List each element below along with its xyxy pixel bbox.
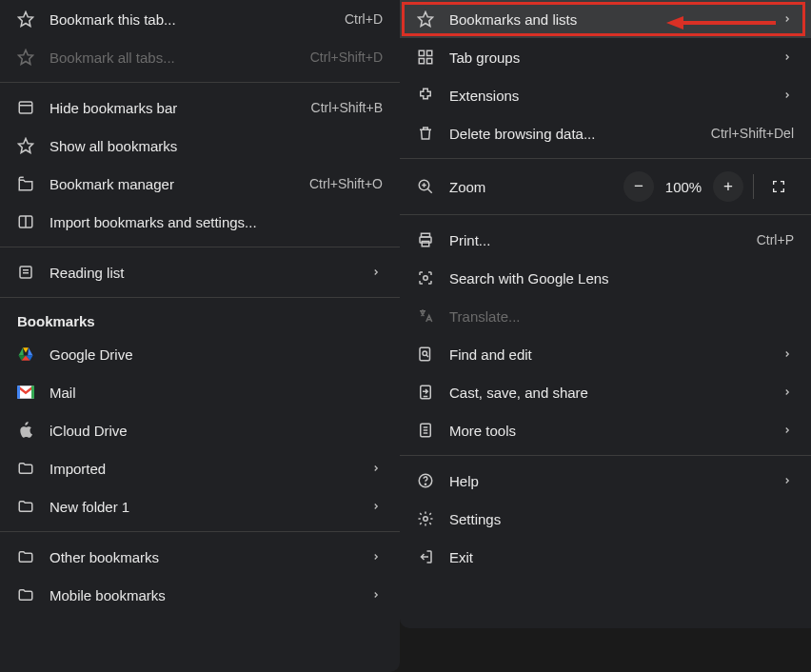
cast-save-share[interactable]: Cast, save, and share bbox=[400, 373, 811, 411]
bookmark-all-tabs-label: Bookmark all tabs... bbox=[49, 49, 297, 66]
bookmark-icloud-drive[interactable]: iCloud Drive bbox=[0, 411, 400, 449]
mobile-bookmarks[interactable]: Mobile bookmarks bbox=[0, 576, 400, 614]
exit-label: Exit bbox=[449, 549, 794, 565]
gmail-icon bbox=[15, 382, 36, 403]
svg-marker-20 bbox=[419, 12, 433, 27]
zoom-in-button[interactable]: + bbox=[713, 171, 743, 202]
separator bbox=[400, 455, 811, 456]
google-lens[interactable]: Search with Google Lens bbox=[400, 259, 811, 297]
zoom-label: Zoom bbox=[449, 179, 610, 195]
tab-groups-icon bbox=[415, 47, 436, 68]
chevron-right-icon bbox=[781, 349, 794, 359]
help[interactable]: Help bbox=[400, 462, 811, 500]
settings[interactable]: Settings bbox=[400, 500, 811, 538]
hide-bookmarks-bar[interactable]: Hide bookmarks bar Ctrl+Shift+B bbox=[0, 89, 400, 127]
find-and-edit[interactable]: Find and edit bbox=[400, 335, 811, 373]
bookmarks-and-lists-label: Bookmarks and lists bbox=[449, 11, 767, 28]
extensions[interactable]: Extensions bbox=[400, 76, 811, 114]
translate[interactable]: Translate... bbox=[400, 297, 811, 335]
bookmarks-section-title: Bookmarks bbox=[0, 304, 400, 335]
separator bbox=[400, 158, 811, 159]
bookmark-icloud-label: iCloud Drive bbox=[49, 423, 383, 439]
svg-rect-21 bbox=[419, 50, 424, 55]
reading-list-label: Reading list bbox=[49, 265, 356, 281]
other-bookmarks-label: Other bookmarks bbox=[49, 549, 356, 565]
import-bookmarks-label: Import bookmarks and settings... bbox=[49, 214, 383, 230]
bookmark-folder-new[interactable]: New folder 1 bbox=[0, 487, 400, 525]
star-badge-icon bbox=[15, 135, 36, 156]
bookmark-this-tab[interactable]: Bookmark this tab... Ctrl+D bbox=[0, 0, 400, 38]
bookmarks-submenu: Bookmark this tab... Ctrl+D Bookmark all… bbox=[0, 0, 400, 672]
translate-icon bbox=[415, 306, 436, 326]
google-drive-icon bbox=[15, 344, 36, 365]
apple-icon bbox=[15, 420, 36, 441]
main-menu: Bookmarks and lists Tab groups Extension… bbox=[400, 0, 811, 628]
svg-marker-12 bbox=[28, 347, 32, 355]
zoom-out-button[interactable]: − bbox=[623, 171, 654, 202]
show-all-bookmarks[interactable]: Show all bookmarks bbox=[0, 127, 400, 165]
delete-browsing-data[interactable]: Delete browsing data... Ctrl+Shift+Del bbox=[400, 114, 811, 152]
more-tools-label: More tools bbox=[449, 423, 767, 439]
tab-groups[interactable]: Tab groups bbox=[400, 38, 811, 76]
print[interactable]: Print... Ctrl+P bbox=[400, 221, 811, 259]
svg-rect-23 bbox=[419, 59, 424, 64]
other-bookmarks[interactable]: Other bookmarks bbox=[0, 538, 400, 576]
svg-marker-11 bbox=[23, 347, 29, 352]
find-icon bbox=[415, 344, 436, 365]
chevron-right-icon bbox=[781, 387, 794, 397]
bookmark-folder-imported[interactable]: Imported bbox=[0, 449, 400, 487]
star-plus-icon bbox=[15, 47, 36, 68]
bookmark-manager[interactable]: Bookmark manager Ctrl+Shift+O bbox=[0, 165, 400, 203]
exit-icon bbox=[415, 546, 436, 567]
fullscreen-button[interactable] bbox=[763, 171, 794, 202]
hide-bookmarks-bar-label: Hide bookmarks bar bbox=[49, 100, 298, 116]
import-bookmarks[interactable]: Import bookmarks and settings... bbox=[0, 203, 400, 241]
bookmark-all-tabs[interactable]: Bookmark all tabs... Ctrl+Shift+D bbox=[0, 38, 400, 76]
find-and-edit-label: Find and edit bbox=[449, 346, 767, 363]
bookmark-google-drive[interactable]: Google Drive bbox=[0, 335, 400, 373]
svg-line-35 bbox=[426, 355, 428, 357]
folder-icon bbox=[15, 458, 36, 479]
chevron-right-icon bbox=[781, 90, 794, 100]
svg-point-32 bbox=[424, 276, 428, 281]
separator bbox=[0, 82, 400, 83]
help-icon bbox=[415, 470, 436, 491]
svg-marker-13 bbox=[19, 347, 24, 355]
svg-rect-2 bbox=[19, 102, 32, 113]
svg-rect-22 bbox=[427, 50, 432, 55]
chevron-right-icon bbox=[369, 552, 383, 562]
svg-point-42 bbox=[425, 484, 425, 484]
bookmarks-bar-icon bbox=[15, 97, 36, 118]
print-icon bbox=[415, 229, 436, 250]
chevron-right-icon bbox=[369, 464, 383, 473]
svg-marker-1 bbox=[19, 50, 33, 65]
svg-line-26 bbox=[427, 188, 432, 193]
separator bbox=[0, 247, 400, 247]
chevron-right-icon bbox=[369, 502, 383, 511]
bookmarks-and-lists[interactable]: Bookmarks and lists bbox=[400, 0, 811, 38]
folder-icon bbox=[15, 496, 36, 517]
reading-list-icon bbox=[15, 262, 36, 283]
bookmark-mail[interactable]: Mail bbox=[0, 373, 400, 411]
import-icon bbox=[15, 211, 36, 232]
exit[interactable]: Exit bbox=[400, 538, 811, 576]
svg-rect-24 bbox=[427, 59, 432, 64]
more-tools[interactable]: More tools bbox=[400, 411, 811, 449]
bookmark-folder-new-label: New folder 1 bbox=[49, 499, 356, 515]
bookmark-this-tab-shortcut: Ctrl+D bbox=[345, 11, 383, 27]
reading-list[interactable]: Reading list bbox=[0, 253, 400, 291]
chevron-right-icon bbox=[781, 52, 794, 62]
chevron-right-icon bbox=[369, 267, 383, 277]
zoom-value: 100% bbox=[658, 179, 709, 195]
cast-save-share-label: Cast, save, and share bbox=[449, 385, 767, 401]
manager-icon bbox=[15, 173, 36, 194]
svg-marker-4 bbox=[19, 139, 33, 153]
svg-rect-18 bbox=[17, 385, 20, 399]
lens-icon bbox=[415, 267, 436, 288]
zoom-controls: − 100% + bbox=[623, 171, 794, 202]
separator bbox=[0, 297, 400, 298]
chevron-right-icon bbox=[369, 590, 383, 600]
bookmark-all-tabs-shortcut: Ctrl+Shift+D bbox=[310, 49, 383, 65]
google-lens-label: Search with Google Lens bbox=[449, 270, 794, 287]
show-all-bookmarks-label: Show all bookmarks bbox=[49, 138, 383, 154]
